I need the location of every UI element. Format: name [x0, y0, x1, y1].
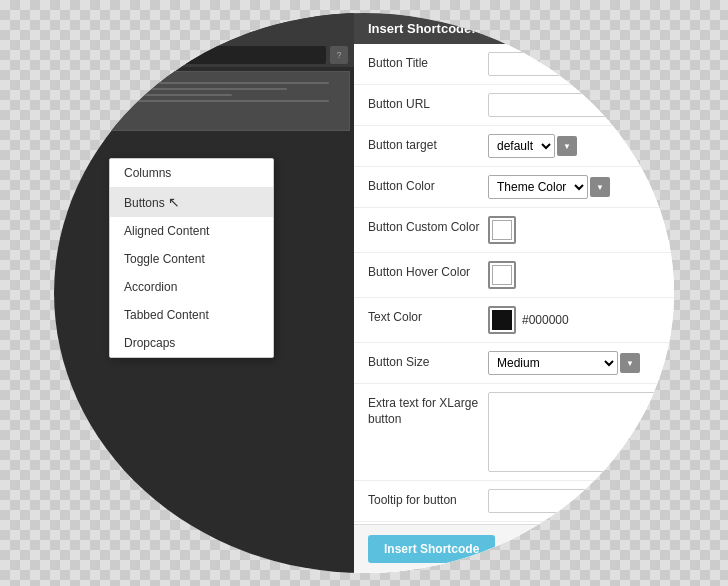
- shortcode-dropdown-menu: Columns Buttons ↖ Aligned Content Toggle…: [109, 158, 274, 358]
- menu-item-toggle-content[interactable]: Toggle Content: [110, 245, 273, 273]
- cursor-icon: ↖: [168, 194, 180, 210]
- toolbar-icon-grid[interactable]: ⊞: [60, 17, 82, 39]
- hover-color-picker-button[interactable]: [488, 261, 516, 289]
- button-size-control: Medium Small Large XLarge ▼: [488, 351, 660, 375]
- button-hover-color-label: Button Hover Color: [368, 261, 488, 281]
- menu-item-dropcaps[interactable]: Dropcaps: [110, 329, 273, 357]
- button-color-select[interactable]: Theme Color Custom: [488, 175, 588, 199]
- button-url-row: Button URL: [354, 85, 674, 126]
- forward-button[interactable]: ▶: [82, 46, 100, 64]
- button-url-label: Button URL: [368, 93, 488, 113]
- tooltip-input[interactable]: [488, 489, 660, 513]
- button-custom-color-row: Button Custom Color: [354, 208, 674, 253]
- editor-line: [65, 100, 329, 102]
- menu-item-columns[interactable]: Columns: [110, 159, 273, 187]
- button-custom-color-label: Button Custom Color: [368, 216, 488, 236]
- text-color-row: Text Color #000000: [354, 298, 674, 343]
- custom-color-picker-button[interactable]: [488, 216, 516, 244]
- tooltip-control: [488, 489, 660, 513]
- editor-line: [65, 82, 329, 84]
- button-custom-color-control: [488, 216, 660, 244]
- button-title-label: Button Title: [368, 52, 488, 72]
- menu-item-aligned-content[interactable]: Aligned Content: [110, 217, 273, 245]
- tooltip-label: Tooltip for button: [368, 489, 488, 509]
- menu-item-accordion[interactable]: Accordion: [110, 273, 273, 301]
- menu-item-buttons[interactable]: Buttons ↖: [110, 187, 273, 217]
- button-size-select-wrapper: Medium Small Large XLarge ▼: [488, 351, 640, 375]
- right-panel: Insert Shortcode: Buttons Button Title B…: [354, 13, 674, 573]
- button-url-control: [488, 93, 660, 117]
- editor-content-area: [58, 71, 350, 131]
- color-dropdown-arrow-icon: ▼: [590, 177, 610, 197]
- button-url-input[interactable]: [488, 93, 660, 117]
- form-body: Button Title Button URL Button target: [354, 44, 674, 524]
- editor-line: [65, 94, 232, 96]
- button-hover-color-control: [488, 261, 660, 289]
- form-footer: Insert Shortcode: [354, 524, 674, 573]
- size-dropdown-arrow-icon: ▼: [620, 353, 640, 373]
- button-target-control: default _blank _self ▼: [488, 134, 660, 158]
- extra-text-row: Extra text for XLarge button: [354, 384, 674, 481]
- button-color-control: Theme Color Custom ▼: [488, 175, 660, 199]
- insert-shortcode-button[interactable]: Insert Shortcode: [368, 535, 495, 563]
- text-color-swatch: [492, 310, 512, 330]
- button-target-label: Button target: [368, 134, 488, 154]
- nav-bar: ◀ ▶ ↺ /themes/comder-w ?: [54, 43, 354, 67]
- button-size-select[interactable]: Medium Small Large XLarge: [488, 351, 618, 375]
- button-title-control: [488, 52, 660, 76]
- button-color-label: Button Color: [368, 175, 488, 195]
- button-title-input[interactable]: [488, 52, 660, 76]
- text-color-control: #000000: [488, 306, 660, 334]
- menu-item-tabbed-content[interactable]: Tabbed Content: [110, 301, 273, 329]
- text-color-picker-button[interactable]: [488, 306, 516, 334]
- button-title-row: Button Title: [354, 44, 674, 85]
- button-target-row: Button target default _blank _self ▼: [354, 126, 674, 167]
- hover-color-swatch: [492, 265, 512, 285]
- text-color-label: Text Color: [368, 306, 488, 326]
- extra-text-textarea[interactable]: [488, 392, 660, 472]
- help-button[interactable]: ?: [330, 46, 348, 64]
- left-panel: ⊞ ☰ + ◀ ▶ ↺ /themes/comder-w ?: [54, 13, 354, 573]
- text-color-value: #000000: [522, 313, 569, 327]
- editor-toolbar: ⊞ ☰ +: [54, 13, 354, 43]
- reload-button[interactable]: ↺: [104, 46, 122, 64]
- button-target-select[interactable]: default _blank _self: [488, 134, 555, 158]
- button-size-row: Button Size Medium Small Large XLarge ▼: [354, 343, 674, 384]
- back-button[interactable]: ◀: [60, 46, 78, 64]
- button-color-select-wrapper: Theme Color Custom ▼: [488, 175, 610, 199]
- toolbar-icon-list[interactable]: ☰: [85, 17, 107, 39]
- target-dropdown-arrow-icon: ▼: [557, 136, 577, 156]
- button-target-select-wrapper: default _blank _self ▼: [488, 134, 577, 158]
- button-color-row: Button Color Theme Color Custom ▼: [354, 167, 674, 208]
- panel-header: Insert Shortcode: Buttons: [354, 13, 674, 44]
- panel-title: Insert Shortcode: Buttons: [368, 21, 528, 36]
- custom-color-swatch: [492, 220, 512, 240]
- toolbar-add-button[interactable]: +: [110, 17, 132, 39]
- extra-text-control: [488, 392, 660, 472]
- button-size-label: Button Size: [368, 351, 488, 371]
- button-hover-color-row: Button Hover Color: [354, 253, 674, 298]
- url-bar: /themes/comder-w: [126, 46, 326, 64]
- main-circle: ⊞ ☰ + ◀ ▶ ↺ /themes/comder-w ?: [54, 13, 674, 573]
- tooltip-row: Tooltip for button: [354, 481, 674, 522]
- editor-line: [65, 88, 287, 90]
- extra-text-label: Extra text for XLarge button: [368, 392, 488, 427]
